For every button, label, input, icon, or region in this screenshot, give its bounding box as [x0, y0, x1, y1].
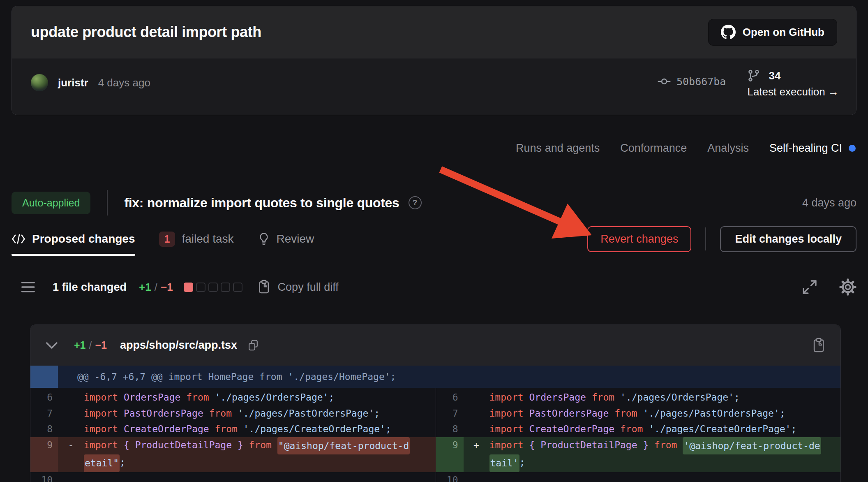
code-token: from — [614, 406, 643, 422]
lightbulb-icon — [258, 232, 270, 246]
diff-sign — [464, 421, 489, 437]
hunk-header: @@ -6,7 +6,7 @@ import HomePage from './… — [30, 366, 840, 388]
author-row: juristr 4 days ago — [31, 74, 150, 91]
page-title: update product detail import path — [31, 23, 261, 41]
copy-full-diff-label: Copy full diff — [278, 281, 339, 294]
nav-self-healing-ci-label: Self-healing CI — [769, 142, 842, 155]
ratio-square-empty — [208, 283, 218, 292]
diff-file-header: +1 / −1 apps/shop/src/app.tsx — [30, 325, 840, 366]
expand-icon[interactable] — [801, 279, 818, 295]
author-name[interactable]: juristr — [58, 76, 88, 89]
code-token: from — [186, 389, 215, 406]
nav-analysis[interactable]: Analysis — [707, 142, 749, 155]
tab-review-label: Review — [277, 232, 314, 246]
tab-proposed-changes[interactable]: Proposed changes — [12, 222, 135, 256]
copy-full-diff-button[interactable]: Copy full diff — [257, 279, 339, 295]
code-token: from — [620, 421, 649, 437]
diff-sign: + — [464, 437, 489, 455]
diff-pane-old: 6import OrdersPage from './pages/OrdersP… — [30, 388, 436, 482]
ratio-square-filled — [184, 283, 193, 292]
code-token: OrdersPage — [529, 389, 591, 406]
nav-self-healing-ci[interactable]: Self-healing CI — [769, 142, 856, 155]
header-card-body: juristr 4 days ago 50b667ba 34 — [12, 58, 856, 115]
nav-runs-and-agents[interactable]: Runs and agents — [516, 142, 600, 155]
fix-title: fix: normalize import quotes to single q… — [124, 195, 399, 211]
diff-line: 6import OrdersPage from './pages/OrdersP… — [30, 389, 436, 406]
code-token: ; — [519, 454, 525, 472]
commit-icon — [658, 75, 671, 88]
code-token: './pages/CreateOrderPage'; — [243, 421, 391, 437]
chevron-down-icon[interactable] — [44, 340, 59, 351]
code-token: import — [84, 389, 124, 406]
line-number: 6 — [30, 389, 58, 406]
diff-line: 6import OrdersPage from './pages/OrdersP… — [436, 389, 841, 406]
code-token: from — [592, 389, 620, 406]
active-nav-dot — [849, 145, 856, 152]
code-token: "@aishop/feat-product-d — [277, 437, 410, 455]
header-card-top: update product detail import path Open o… — [12, 6, 856, 58]
github-icon — [721, 25, 736, 39]
diff-file-card: +1 / −1 apps/shop/src/app.tsx @@ -6,7 +6… — [30, 324, 841, 482]
files-changed-count: 1 file changed — [53, 281, 127, 294]
code-token: etail" — [84, 454, 120, 472]
code-token: from — [654, 437, 683, 455]
diff-sign — [58, 389, 84, 406]
code-token: './pages/OrdersPage'; — [215, 389, 335, 406]
code-token: import — [489, 421, 529, 437]
diff-line: 7import PastOrdersPage from './pages/Pas… — [30, 406, 436, 422]
vertical-divider — [107, 190, 108, 216]
code-token: { ProductDetailPage } — [529, 437, 654, 455]
open-on-github-label: Open on GitHub — [743, 26, 824, 39]
code-token: import — [489, 389, 529, 406]
line-number: 9 — [30, 437, 58, 472]
avatar[interactable] — [31, 74, 48, 91]
line-number: 7 — [30, 406, 58, 422]
copy-file-diff-icon[interactable] — [812, 337, 826, 354]
diff-line: 9+import { ProductDetailPage } from '@ai… — [436, 437, 841, 472]
code-token: import — [489, 406, 529, 422]
code-token: from — [209, 406, 238, 422]
auto-applied-badge: Auto-applied — [12, 192, 90, 214]
section-nav: Runs and agents Conformance Analysis Sel… — [516, 142, 856, 155]
line-number: 8 — [30, 421, 58, 437]
commit-sha-block[interactable]: 50b667ba — [658, 75, 726, 88]
diff-line: 10 — [30, 472, 436, 482]
code-token: import — [84, 437, 124, 455]
code-token: './pages/OrdersPage'; — [620, 389, 740, 406]
edit-changes-locally-button[interactable]: Edit changes locally — [720, 226, 856, 252]
run-count-row: 34 — [747, 69, 839, 82]
line-number: 9 — [436, 437, 464, 472]
tab-failed-task[interactable]: 1 failed task — [159, 222, 234, 256]
code-token: './pages/PastOrdersPage'; — [238, 406, 380, 422]
code-token: CreateOrderPage — [124, 421, 215, 437]
diff-line: 8import CreateOrderPage from './pages/Cr… — [30, 421, 436, 437]
open-on-github-button[interactable]: Open on GitHub — [708, 19, 837, 46]
tab-proposed-changes-label: Proposed changes — [32, 232, 135, 246]
diff-sign — [58, 454, 84, 472]
line-number: 10 — [436, 472, 464, 482]
diff-sign — [464, 389, 489, 406]
revert-changes-button[interactable]: Revert changes — [587, 226, 691, 252]
tab-review[interactable]: Review — [258, 222, 314, 256]
failed-count-badge: 1 — [159, 232, 175, 247]
copy-path-icon[interactable] — [247, 339, 259, 352]
diff-sign — [58, 472, 84, 482]
code-token: import — [489, 437, 529, 455]
tab-failed-task-label: failed task — [182, 232, 233, 246]
diff-line: 8import CreateOrderPage from './pages/Cr… — [436, 421, 841, 437]
line-number: 10 — [30, 472, 58, 482]
gear-icon[interactable] — [839, 278, 856, 296]
code-token: '@aishop/feat-product-de — [683, 437, 821, 455]
latest-execution-link[interactable]: Latest execution → — [747, 86, 839, 98]
change-ratio-squares — [184, 283, 242, 292]
nav-conformance[interactable]: Conformance — [620, 142, 687, 155]
deletions-count: −1 — [161, 281, 173, 294]
ratio-square-empty — [196, 283, 205, 292]
file-path: apps/shop/src/app.tsx — [120, 339, 237, 352]
code-token: ; — [120, 454, 125, 472]
help-icon[interactable]: ? — [409, 196, 422, 209]
execution-block: 34 Latest execution → — [747, 69, 839, 98]
commit-sha: 50b667ba — [676, 76, 726, 88]
diff-line: 9-import { ProductDetailPage } from "@ai… — [30, 437, 436, 472]
file-list-menu-icon[interactable] — [21, 280, 38, 294]
